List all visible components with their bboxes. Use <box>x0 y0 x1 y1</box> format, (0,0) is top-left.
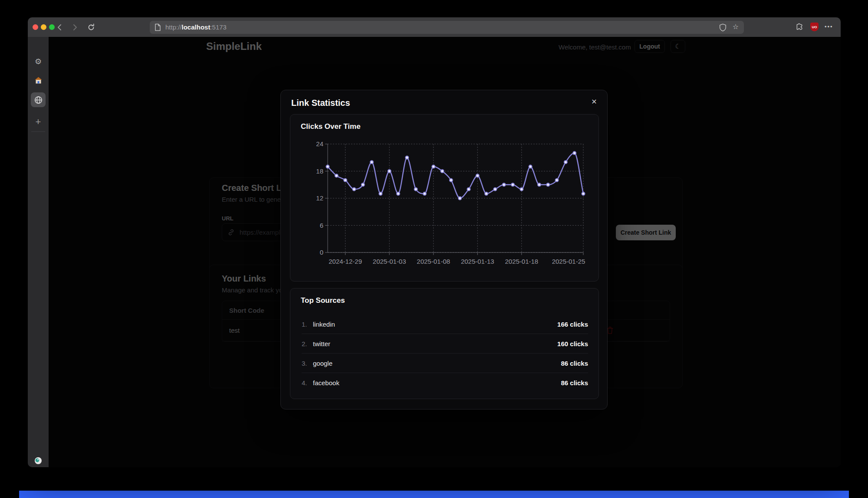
eye-icon <box>34 457 43 465</box>
source-name: facebook <box>313 379 561 387</box>
source-rank: 3. <box>302 360 313 367</box>
bookmark-star-icon[interactable]: ☆ <box>733 23 739 31</box>
extensions-button[interactable] <box>795 23 804 32</box>
source-rank: 2. <box>302 340 313 347</box>
clicks-line-chart: 061218242024-12-292025-01-032025-01-0820… <box>290 115 599 282</box>
source-name: twitter <box>313 340 557 347</box>
reload-icon <box>87 23 95 31</box>
source-rank: 1. <box>302 321 313 328</box>
clicks-over-time-card: Clicks Over Time 061218242024-12-292025-… <box>290 114 599 282</box>
forward-button[interactable] <box>69 22 80 33</box>
ellipsis-icon: ••• <box>825 23 833 30</box>
address-bar[interactable]: http://localhost:5173 ☆ <box>150 21 744 34</box>
source-row-twitter: 2.twitter160 clicks <box>302 334 588 354</box>
url-text: http://localhost:5173 <box>165 23 227 31</box>
link-statistics-modal: Link Statistics ✕ Clicks Over Time 06121… <box>280 90 608 410</box>
tab-simplelink-active[interactable] <box>31 92 46 107</box>
svg-text:2025-01-18: 2025-01-18 <box>505 258 538 265</box>
webpage-simplelink: SimpleLink Welcome, test@test.com Logout… <box>49 37 841 467</box>
svg-text:2025-01-25: 2025-01-25 <box>552 258 585 265</box>
adblock-shield-icon: UO <box>810 23 819 31</box>
globe-icon <box>34 96 43 104</box>
svg-text:2025-01-13: 2025-01-13 <box>461 258 494 265</box>
tracking-protection-shield-icon[interactable] <box>719 23 727 32</box>
back-button[interactable] <box>54 22 64 33</box>
svg-text:24: 24 <box>316 140 323 147</box>
source-clicks: 160 clicks <box>557 340 588 347</box>
source-name: linkedin <box>313 321 557 328</box>
top-sources-list: 1.linkedin166 clicks2.twitter160 clicks3… <box>302 315 588 393</box>
source-clicks: 166 clicks <box>557 321 588 328</box>
close-icon: ✕ <box>591 98 597 106</box>
browser-window: http://localhost:5173 ☆ UO ••• ⚙ <box>28 17 841 467</box>
source-clicks: 86 clicks <box>561 360 588 367</box>
svg-text:2025-01-03: 2025-01-03 <box>373 258 406 265</box>
url-host: localhost <box>182 23 210 31</box>
modal-title: Link Statistics <box>291 98 350 108</box>
svg-text:18: 18 <box>316 167 323 175</box>
sources-title: Top Sources <box>301 296 345 305</box>
desktop-wallpaper-strip <box>19 491 849 498</box>
svg-text:12: 12 <box>316 194 323 202</box>
source-row-google: 3.google86 clicks <box>302 354 588 373</box>
top-sources-card: Top Sources 1.linkedin166 clicks2.twitte… <box>290 288 599 399</box>
vertical-tab-strip: ⚙ + <box>28 37 49 467</box>
svg-text:6: 6 <box>320 222 323 229</box>
screenshot-root: http://localhost:5173 ☆ UO ••• ⚙ <box>0 0 868 498</box>
puzzle-icon <box>795 23 804 32</box>
tabstrip-divider <box>31 131 45 132</box>
source-name: google <box>313 360 561 367</box>
adblock-extension-button[interactable]: UO <box>810 23 819 31</box>
house-icon <box>35 77 42 84</box>
source-clicks: 86 clicks <box>561 379 588 387</box>
close-window-button[interactable] <box>33 24 38 30</box>
svg-text:2025-01-08: 2025-01-08 <box>417 258 450 265</box>
source-rank: 4. <box>302 379 313 387</box>
source-row-facebook: 4.facebook86 clicks <box>302 373 588 393</box>
plus-icon: + <box>36 116 41 128</box>
new-tab-button[interactable]: + <box>31 115 46 129</box>
browser-settings-button[interactable]: ⚙ <box>31 54 46 69</box>
source-row-linkedin: 1.linkedin166 clicks <box>302 315 588 334</box>
minimize-window-button[interactable] <box>41 24 46 30</box>
svg-text:0: 0 <box>320 249 323 256</box>
menu-button[interactable]: ••• <box>825 23 833 30</box>
container-identity-button[interactable] <box>31 453 46 467</box>
chevron-left-icon <box>57 24 62 31</box>
gear-icon: ⚙ <box>35 57 42 66</box>
tab-home[interactable] <box>31 73 46 88</box>
chevron-right-icon <box>72 24 77 31</box>
svg-text:2024-12-29: 2024-12-29 <box>329 258 362 265</box>
browser-toolbar: http://localhost:5173 ☆ UO ••• <box>28 17 841 37</box>
modal-close-button[interactable]: ✕ <box>588 95 600 108</box>
page-icon <box>154 23 161 31</box>
reload-button[interactable] <box>86 22 96 33</box>
